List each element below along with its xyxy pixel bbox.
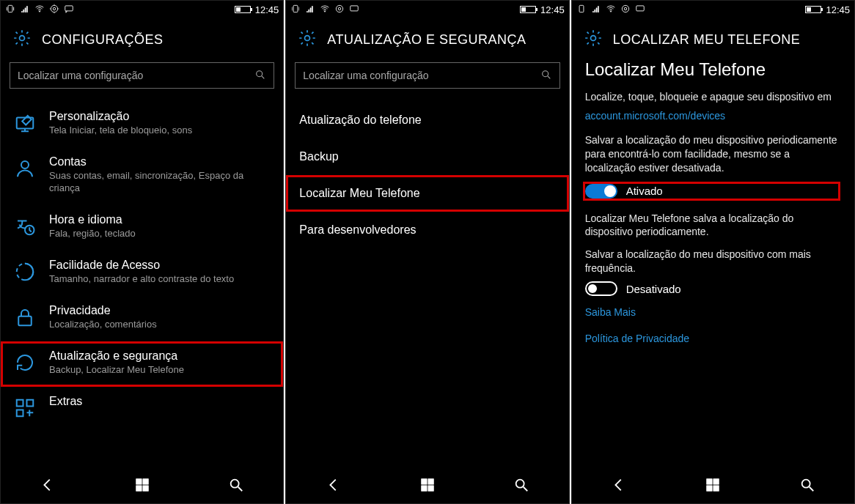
svg-rect-22 (136, 479, 141, 484)
gear-icon (584, 29, 603, 51)
back-button[interactable] (324, 475, 343, 494)
page-title: LOCALIZAR MEU TELEFONE (613, 32, 801, 48)
back-button[interactable] (38, 475, 57, 494)
svg-point-49 (590, 36, 595, 41)
setting-title: Atualização e segurança (49, 349, 184, 363)
intro-text: Localize, toque, bloqueie e apague seu d… (585, 90, 841, 104)
svg-point-11 (20, 36, 25, 41)
search-icon (540, 69, 552, 83)
item-find-my-phone[interactable]: Localizar Meu Telefone (286, 175, 568, 212)
search-input[interactable]: Localizar uma configuração (295, 62, 559, 89)
svg-rect-40 (422, 486, 427, 491)
start-button[interactable] (703, 475, 722, 494)
svg-point-12 (257, 70, 263, 76)
status-bar: 12:45 (1, 1, 283, 18)
toggle-more-frequency[interactable]: Desativado (585, 281, 841, 296)
svg-rect-28 (293, 5, 298, 12)
item-phone-update[interactable]: Atualização do telefone (286, 102, 568, 138)
toggle-label: Ativado (626, 185, 663, 197)
status-bar: 12:45 (286, 1, 568, 18)
search-input[interactable]: Localizar uma configuração (10, 62, 274, 89)
setting-desc: Localização, comentários (49, 319, 157, 331)
setting-extras[interactable]: Extras (1, 387, 283, 431)
setting-title: Extras (49, 394, 82, 408)
svg-line-55 (810, 487, 814, 492)
update-security-icon (12, 350, 37, 375)
search-button[interactable] (798, 475, 817, 494)
clock: 12:45 (826, 4, 850, 15)
setting-update-security[interactable]: Atualização e segurança Backup, Localiza… (1, 341, 283, 387)
battery-icon (805, 6, 821, 13)
setting-desc: Backup, Localizar Meu Telefone (49, 364, 184, 377)
setting-title: Contas (49, 155, 271, 168)
page-title: ATUALIZAÇÃO E SEGURANÇA (327, 32, 526, 48)
setting-title: Facilidade de Acesso (49, 258, 234, 272)
svg-point-5 (51, 5, 57, 12)
page-header: LOCALIZAR MEU TELEFONE (572, 18, 854, 55)
svg-line-43 (524, 487, 528, 492)
search-placeholder: Localizar uma configuração (18, 70, 254, 81)
privacy-policy-link[interactable]: Política de Privacidade (585, 333, 841, 344)
setting-ease-of-access[interactable]: Facilidade de Acesso Tamanho, narrador e… (1, 251, 283, 296)
svg-rect-53 (713, 486, 719, 491)
learn-more-link[interactable]: Saiba Mais (585, 306, 841, 318)
setting-time-language[interactable]: Hora e idioma Fala, região, teclado (1, 205, 283, 251)
page-header: ATUALIZAÇÃO E SEGURANÇA (286, 18, 568, 55)
svg-rect-18 (18, 316, 32, 326)
search-button[interactable] (512, 475, 531, 494)
setting-privacy[interactable]: Privacidade Localização, comentários (1, 296, 283, 341)
signal-icon (305, 4, 315, 16)
wifi-icon (606, 4, 616, 16)
message-icon (349, 4, 359, 16)
svg-point-36 (542, 70, 548, 76)
item-backup[interactable]: Backup (286, 138, 568, 175)
search-button[interactable] (227, 475, 246, 494)
svg-point-47 (622, 5, 628, 12)
devices-link[interactable]: account.microsoft.com/devices (585, 110, 841, 122)
gear-icon (298, 29, 317, 51)
search-icon (254, 69, 266, 83)
svg-rect-38 (422, 479, 427, 484)
nav-bar (1, 467, 283, 503)
setting-accounts[interactable]: Contas Suas contas, email, sincronização… (1, 147, 283, 205)
start-button[interactable] (418, 475, 437, 494)
setting-personalization[interactable]: Personalização Tela Iniciar, tela de blo… (1, 102, 283, 147)
setting-desc: Tamanho, narrador e alto contraste do te… (49, 273, 234, 286)
setting-desc: Fala, região, teclado (49, 228, 136, 240)
vibrate-icon (576, 4, 587, 16)
svg-rect-34 (351, 5, 359, 10)
extras-icon (12, 396, 37, 420)
save-location-text: Salvar a localização do meu dispositivo … (585, 133, 841, 175)
item-for-developers[interactable]: Para desenvolvedores (286, 212, 568, 248)
battery-icon (235, 6, 251, 13)
privacy-icon (12, 305, 37, 330)
clock: 12:45 (540, 4, 565, 15)
vibrate-icon (5, 4, 15, 16)
update-security-list: Atualização do telefone Backup Localizar… (286, 102, 568, 467)
svg-rect-39 (428, 479, 433, 484)
svg-line-27 (238, 487, 243, 492)
setting-title: Privacidade (49, 303, 157, 317)
back-button[interactable] (609, 475, 628, 494)
search-placeholder: Localizar uma configuração (303, 70, 540, 81)
svg-line-13 (262, 75, 265, 78)
svg-rect-10 (65, 5, 73, 10)
screen-update-security: 12:45 ATUALIZAÇÃO E SEGURANÇA Localizar … (285, 0, 569, 504)
svg-point-33 (337, 5, 343, 12)
setting-title: Personalização (49, 109, 192, 123)
svg-point-3 (39, 10, 40, 12)
start-button[interactable] (133, 475, 152, 494)
svg-rect-0 (8, 5, 12, 12)
personalization-icon (12, 111, 37, 136)
svg-point-26 (231, 480, 239, 488)
toggle-off-icon (585, 281, 617, 296)
toggle-save-location[interactable]: Ativado (582, 181, 841, 201)
message-icon (635, 4, 645, 16)
svg-rect-23 (143, 479, 148, 484)
page-title: CONFIGURAÇÕES (42, 32, 164, 48)
svg-line-37 (547, 75, 550, 78)
message-icon (64, 4, 74, 16)
gear-icon (12, 29, 32, 51)
svg-point-45 (610, 10, 612, 12)
screen-find-my-phone: 12:45 LOCALIZAR MEU TELEFONE Localizar M… (571, 0, 855, 504)
